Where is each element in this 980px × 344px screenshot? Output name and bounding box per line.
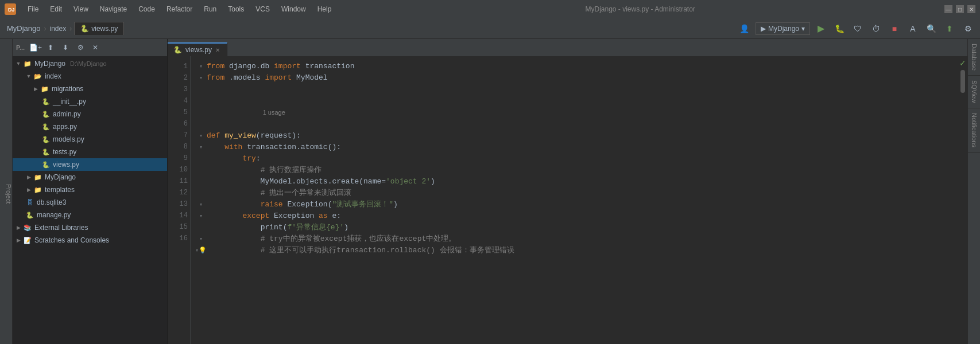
mydjango2-label: MyDjango [45,173,76,181]
extlibs-arrow: ▶ [15,225,22,230]
tree-item-models[interactable]: 🐍 models.py [13,133,167,146]
code-line-5: ▾ def my_view(request): [195,130,958,142]
code-line-content-8: # 执行数据库操作 [207,165,958,176]
code-line-content-4: 1 usage [207,95,958,130]
tree-item-mydjango2[interactable]: ▶ 📁 MyDjango [13,171,167,183]
views-label: views.py [53,161,79,169]
breadcrumb-index[interactable]: index [48,25,69,33]
migrations-label: migrations [52,85,83,93]
coverage-button[interactable]: 🛡 [850,21,865,36]
tab-icon: 🐍 [173,46,182,54]
update-button[interactable]: ⬆ [942,21,957,36]
menu-vcs[interactable]: VCS [251,3,274,15]
new-file-button[interactable]: 📄+ [29,41,42,54]
editor-scrollbar[interactable]: ✓ [958,56,967,344]
tree-item-views[interactable]: 🐍 views.py [13,158,167,171]
extlibs-icon: 📚 [23,223,32,232]
expand-all-button[interactable]: ⬇ [59,41,72,54]
menu-code[interactable]: Code [134,3,160,15]
root-path: D:\MyDjango [70,60,107,67]
minimize-button[interactable]: — [944,5,952,13]
tab-label: views.py [185,46,212,54]
stop-button[interactable]: ■ [887,21,902,36]
tree-item-extlibs[interactable]: ▶ 📚 External Libraries [13,221,167,234]
models-icon: 🐍 [41,135,51,144]
code-line-content-16 [207,256,958,268]
index-arrow: ▼ [25,73,32,79]
settings-tree-button[interactable]: ⚙ [74,41,87,54]
menu-run[interactable]: Run [199,3,221,15]
titlebar: DJ File Edit View Navigate Code Refactor… [0,0,980,18]
tab-close-icon[interactable]: ✕ [215,47,220,53]
debug-button[interactable]: 🐛 [832,21,847,36]
file-tree-toolbar: P... 📄+ ⬆ ⬇ ⚙ ✕ [13,39,167,56]
run-config-selector[interactable]: ▶ MyDjango ▾ [756,22,810,35]
open-file-tab[interactable]: 🐍 views.py [74,22,124,35]
close-button[interactable]: ✕ [967,5,975,13]
tree-item-manage[interactable]: 🐍 manage.py [13,209,167,221]
run-config-dropdown-icon: ▾ [801,25,805,33]
tree-item-db[interactable]: 🗄 db.sqlite3 [13,196,167,209]
panel-name: P... [16,44,25,51]
app-logo: DJ [5,3,16,15]
nav-project[interactable]: MyDjango [5,24,43,33]
tree-item-templates[interactable]: ▶ 📁 templates [13,183,167,196]
tree-item-scratches[interactable]: ▶ 📝 Scratches and Consoles [13,234,167,247]
run-button[interactable]: ▶ [814,21,828,36]
code-line-content-5: def my_view(request): [207,130,958,142]
code-line-content-11: raise Exception("测试事务回滚！") [207,199,958,210]
tree-item-admin[interactable]: 🐍 admin.py [13,108,167,120]
code-line-content-6: with transaction.atomic(): [207,142,958,153]
fold-arrow-5: ▾ [199,130,203,142]
menu-edit[interactable]: Edit [45,3,67,15]
tree-item-index[interactable]: ▼ 📂 index [13,70,167,83]
code-line-content-14: # try中的异常被except捕获，也应该在except中处理。 [207,233,958,245]
admin-label: admin.py [53,110,81,118]
mydjango2-arrow: ▶ [25,174,32,180]
code-line-content-15: # 这里不可以手动执行transaction.rollback() 会报错：事务… [207,245,958,256]
user-icon[interactable]: 👤 [737,21,752,36]
sqview-panel-tab[interactable]: SQView [968,76,980,108]
translate-button[interactable]: A [905,21,920,36]
settings-button[interactable]: ⚙ [960,21,975,36]
profile-button[interactable]: ⏱ [869,21,884,36]
code-line-content-1: from django.db import transaction [207,61,958,72]
menu-bar: File Edit View Navigate Code Refactor Ru… [23,3,336,15]
menu-file[interactable]: File [23,3,43,15]
menu-navigate[interactable]: Navigate [95,3,131,15]
sidebar-project-label[interactable]: Project [0,39,13,344]
code-line-3 [195,84,958,95]
run-config-label: MyDjango [768,25,799,33]
menu-tools[interactable]: Tools [223,3,249,15]
tree-item-migrations[interactable]: ▶ 📁 migrations [13,83,167,95]
tests-label: tests.py [53,148,76,156]
menu-view[interactable]: View [69,3,93,15]
code-line-13: print(f'异常信息{e}') [195,222,958,233]
code-editor[interactable]: ▾ from django.db import transaction ▾ fr… [191,56,958,344]
search-everywhere-button[interactable]: 🔍 [924,21,939,36]
menu-refactor[interactable]: Refactor [162,3,197,15]
tree-item-apps[interactable]: 🐍 apps.py [13,120,167,133]
scrollbar-thumb[interactable] [960,70,965,93]
database-panel-tab[interactable]: Database [968,39,980,76]
code-line-16 [195,256,958,268]
notifications-panel-tab[interactable]: Notifications [968,108,980,153]
index-folder-icon: 📂 [33,72,42,81]
migrations-icon: 📁 [40,84,49,93]
code-line-content-12: except Exception as e: [207,210,958,222]
menu-window[interactable]: Window [277,3,311,15]
close-panel-button[interactable]: ✕ [89,41,102,54]
fold-arrow-12: ▾ [199,210,203,222]
collapse-all-button[interactable]: ⬆ [44,41,57,54]
fold-arrow-1: ▾ [199,61,203,72]
menu-help[interactable]: Help [313,3,336,15]
main-layout: Project P... 📄+ ⬆ ⬇ ⚙ ✕ ▼ 📁 MyDjango D:\… [0,39,980,344]
tree-item-root[interactable]: ▼ 📁 MyDjango D:\MyDjango [13,57,167,70]
editor-tab-views[interactable]: 🐍 views.py ✕ [168,42,227,56]
code-line-14: ▾ # try中的异常被except捕获，也应该在except中处理。 [195,233,958,245]
maximize-button[interactable]: □ [956,5,964,13]
db-icon: 🗄 [25,198,34,207]
tree-item-tests[interactable]: 🐍 tests.py [13,146,167,158]
tree-item-init[interactable]: 🐍 __init__.py [13,95,167,108]
file-tree: ▼ 📁 MyDjango D:\MyDjango ▼ 📂 index ▶ 📁 m… [13,56,167,344]
